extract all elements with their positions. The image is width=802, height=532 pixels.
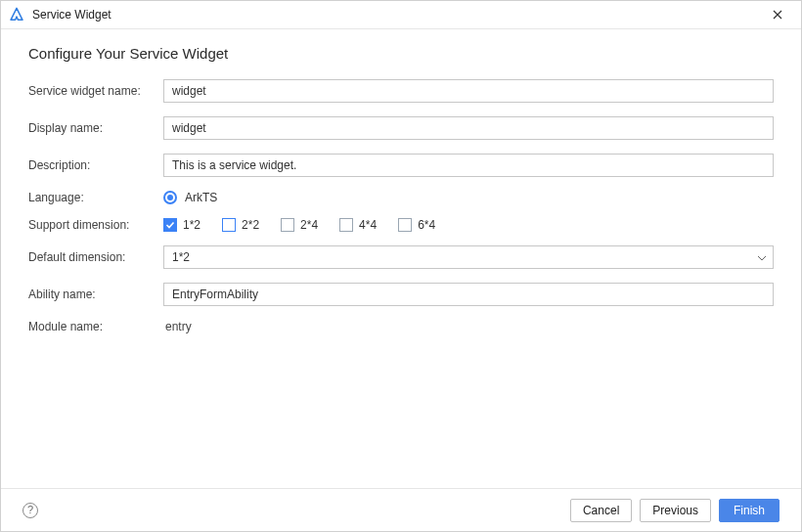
- checkbox-label: 2*4: [300, 218, 318, 232]
- label-support-dimension: Support dimension:: [28, 218, 163, 232]
- content-area: Configure Your Service Widget Service wi…: [1, 29, 801, 488]
- select-default-dimension[interactable]: 1*2: [163, 245, 774, 269]
- module-name-value: entry: [163, 320, 192, 333]
- checkbox-box-icon: [222, 218, 236, 232]
- input-widget-name[interactable]: [163, 79, 774, 103]
- checkbox-dim-1x2[interactable]: 1*2: [163, 218, 200, 232]
- label-default-dimension: Default dimension:: [28, 250, 163, 264]
- cancel-button[interactable]: Cancel: [570, 499, 632, 522]
- row-language: Language: ArkTS: [28, 191, 774, 204]
- checkbox-dim-2x4[interactable]: 2*4: [281, 218, 318, 232]
- checkbox-label: 6*4: [418, 218, 435, 232]
- app-icon: [9, 7, 24, 22]
- radio-dot-icon: [163, 191, 177, 204]
- finish-button[interactable]: Finish: [719, 499, 780, 522]
- label-ability-name: Ability name:: [28, 288, 163, 301]
- previous-button[interactable]: Previous: [640, 499, 711, 522]
- checkbox-box-icon: [281, 218, 294, 232]
- input-ability-name[interactable]: [163, 283, 774, 306]
- checkbox-box-icon: [163, 218, 177, 232]
- row-module-name: Module name: entry: [28, 320, 774, 333]
- row-ability-name: Ability name:: [28, 283, 774, 306]
- title-bar: Service Widget: [1, 1, 801, 28]
- footer: ? Cancel Previous Finish: [1, 488, 801, 531]
- label-display-name: Display name:: [28, 121, 163, 135]
- support-dimension-checks: 1*2 2*2 2*4: [163, 218, 774, 232]
- checkbox-dim-6x4[interactable]: 6*4: [398, 218, 435, 232]
- checkbox-dim-2x2[interactable]: 2*2: [222, 218, 259, 232]
- label-language: Language:: [28, 191, 163, 204]
- checkbox-box-icon: [339, 218, 353, 232]
- label-description: Description:: [28, 158, 163, 172]
- help-icon[interactable]: ?: [22, 503, 38, 518]
- label-module-name: Module name:: [28, 320, 163, 333]
- row-display-name: Display name:: [28, 116, 774, 140]
- radio-language-label: ArkTS: [185, 191, 217, 204]
- input-description[interactable]: [163, 154, 774, 177]
- row-description: Description:: [28, 154, 774, 177]
- row-support-dimension: Support dimension: 1*2 2*2: [28, 218, 774, 232]
- checkbox-label: 2*2: [242, 218, 259, 232]
- label-widget-name: Service widget name:: [28, 84, 163, 98]
- window-title: Service Widget: [32, 8, 111, 22]
- checkbox-label: 4*4: [359, 218, 377, 232]
- checkbox-box-icon: [398, 218, 412, 232]
- window: Service Widget Configure Your Service Wi…: [0, 0, 802, 532]
- input-display-name[interactable]: [163, 116, 774, 140]
- checkbox-dim-4x4[interactable]: 4*4: [339, 218, 377, 232]
- page-title: Configure Your Service Widget: [28, 45, 774, 62]
- row-widget-name: Service widget name:: [28, 79, 774, 103]
- checkbox-label: 1*2: [183, 218, 200, 232]
- row-default-dimension: Default dimension: 1*2: [28, 245, 774, 269]
- close-button[interactable]: [762, 1, 793, 28]
- radio-language-arkts[interactable]: ArkTS: [163, 191, 217, 204]
